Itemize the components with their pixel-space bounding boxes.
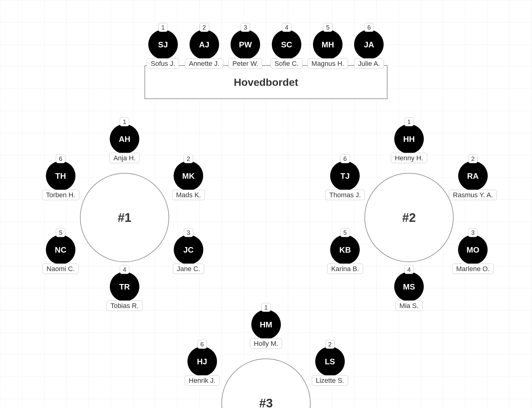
seat-number: 2 bbox=[199, 23, 209, 32]
seat-round[interactable]: 2 MK Mads K. bbox=[172, 161, 205, 200]
avatar: MK bbox=[174, 161, 203, 191]
avatar: MS bbox=[394, 272, 424, 302]
avatar: LS bbox=[315, 347, 345, 376]
seat-round[interactable]: 1 HH Henny H. bbox=[391, 124, 427, 163]
avatar: AH bbox=[110, 124, 139, 154]
avatar: JC bbox=[174, 235, 203, 265]
seat-number: 2 bbox=[184, 154, 193, 163]
seat-name: Henrik J. bbox=[185, 375, 220, 386]
seat-round[interactable]: 2 RA Rasmus Y. A. bbox=[449, 161, 497, 200]
seat-number: 4 bbox=[282, 23, 291, 32]
round-table-3[interactable]: #3 bbox=[221, 358, 311, 408]
seat-name: Naomi C. bbox=[42, 264, 79, 274]
seat-round[interactable]: 4 MS Mia S. bbox=[394, 272, 424, 311]
seat-head-4[interactable]: 4 SC Sofie C. bbox=[271, 30, 303, 69]
avatar: SJ bbox=[148, 30, 178, 59]
round-table-label: #2 bbox=[402, 211, 416, 225]
avatar: RA bbox=[458, 161, 488, 191]
seat-round[interactable]: 6 TH Torben H. bbox=[42, 161, 79, 200]
seat-name: Marlene O. bbox=[452, 264, 494, 274]
avatar: HM bbox=[251, 310, 281, 339]
seat-number: 5 bbox=[56, 228, 66, 237]
seat-name: Mia S. bbox=[395, 301, 423, 311]
seat-name: Karina B. bbox=[327, 264, 363, 274]
avatar: TH bbox=[46, 161, 75, 191]
seat-name: Sofie C. bbox=[271, 58, 303, 69]
seat-name: Lizette S. bbox=[312, 375, 348, 386]
seat-number: 6 bbox=[56, 154, 66, 163]
seat-name: Annette J. bbox=[185, 58, 223, 69]
seat-name: Magnus H. bbox=[308, 58, 348, 69]
seat-number: 4 bbox=[120, 265, 129, 274]
seat-head-5[interactable]: 5 MH Magnus H. bbox=[308, 30, 348, 69]
seat-name: Sofus J. bbox=[147, 58, 179, 69]
seat-round[interactable]: 6 HJ Henrik J. bbox=[185, 347, 220, 386]
seat-name: Rasmus Y. A. bbox=[449, 190, 497, 200]
seat-name: Torben H. bbox=[42, 190, 79, 200]
seat-name: Tobias R. bbox=[106, 301, 143, 311]
seat-round[interactable]: 1 AH Anja H. bbox=[109, 124, 140, 163]
head-table-label: Hovedbordet bbox=[234, 76, 298, 88]
seat-round[interactable]: 1 HM Holly M. bbox=[250, 310, 282, 349]
seat-number: 5 bbox=[340, 228, 350, 237]
seat-round[interactable]: 6 TJ Thomas J. bbox=[325, 161, 365, 200]
seat-name: Peter W. bbox=[228, 58, 262, 69]
seat-round[interactable]: 3 MO Marlene O. bbox=[452, 235, 494, 274]
avatar: HH bbox=[394, 124, 424, 154]
seat-name: Holly M. bbox=[250, 338, 282, 349]
seat-head-6[interactable]: 6 JA Julie A. bbox=[354, 30, 384, 69]
avatar: AJ bbox=[189, 30, 219, 59]
seat-round[interactable]: 5 KB Karina B. bbox=[327, 235, 363, 274]
seat-number: 1 bbox=[261, 303, 271, 312]
round-table-1[interactable]: #1 bbox=[80, 173, 169, 262]
seat-round[interactable]: 4 TR Tobias R. bbox=[106, 272, 143, 311]
seat-number: 6 bbox=[197, 340, 207, 349]
seat-name: Henny H. bbox=[391, 153, 427, 163]
avatar: MO bbox=[458, 235, 488, 265]
avatar: PW bbox=[231, 30, 260, 59]
avatar: KB bbox=[330, 235, 360, 265]
seat-name: Thomas J. bbox=[325, 190, 365, 200]
seat-number: 3 bbox=[184, 228, 193, 237]
seat-name: Anja H. bbox=[109, 153, 140, 163]
seat-number: 6 bbox=[340, 154, 350, 163]
seat-round[interactable]: 2 LS Lizette S. bbox=[312, 347, 348, 386]
avatar: TR bbox=[110, 272, 139, 302]
avatar: HJ bbox=[187, 347, 217, 376]
seat-head-3[interactable]: 3 PW Peter W. bbox=[228, 30, 262, 69]
seat-number: 1 bbox=[158, 23, 168, 32]
round-table-2[interactable]: #2 bbox=[364, 173, 454, 262]
avatar: MH bbox=[313, 30, 343, 59]
seat-name: Julie A. bbox=[354, 58, 384, 69]
seat-head-1[interactable]: 1 SJ Sofus J. bbox=[147, 30, 179, 69]
head-table[interactable]: Hovedbordet bbox=[145, 65, 387, 99]
round-table-label: #3 bbox=[259, 396, 273, 408]
seat-name: Mads K. bbox=[172, 190, 205, 200]
seat-number: 1 bbox=[120, 118, 129, 126]
seat-number: 5 bbox=[323, 23, 332, 32]
seat-number: 2 bbox=[325, 340, 335, 349]
avatar: SC bbox=[272, 30, 301, 59]
seat-head-2[interactable]: 2 AJ Annette J. bbox=[185, 30, 223, 69]
seating-canvas[interactable]: Hovedbordet 1 SJ Sofus J. 2 AJ Annette J… bbox=[0, 0, 532, 408]
seat-number: 2 bbox=[468, 154, 478, 163]
seat-round[interactable]: 3 JC Jane C. bbox=[173, 235, 204, 274]
round-table-label: #1 bbox=[118, 211, 132, 225]
avatar: JA bbox=[354, 30, 384, 59]
seat-number: 3 bbox=[240, 23, 250, 32]
seat-number: 6 bbox=[364, 23, 374, 32]
seat-round[interactable]: 5 NC Naomi C. bbox=[42, 235, 79, 274]
seat-number: 4 bbox=[404, 265, 414, 274]
avatar: NC bbox=[46, 235, 75, 265]
seat-number: 1 bbox=[404, 118, 414, 126]
seat-number: 3 bbox=[468, 228, 478, 237]
avatar: TJ bbox=[330, 161, 360, 191]
seat-name: Jane C. bbox=[173, 264, 204, 274]
